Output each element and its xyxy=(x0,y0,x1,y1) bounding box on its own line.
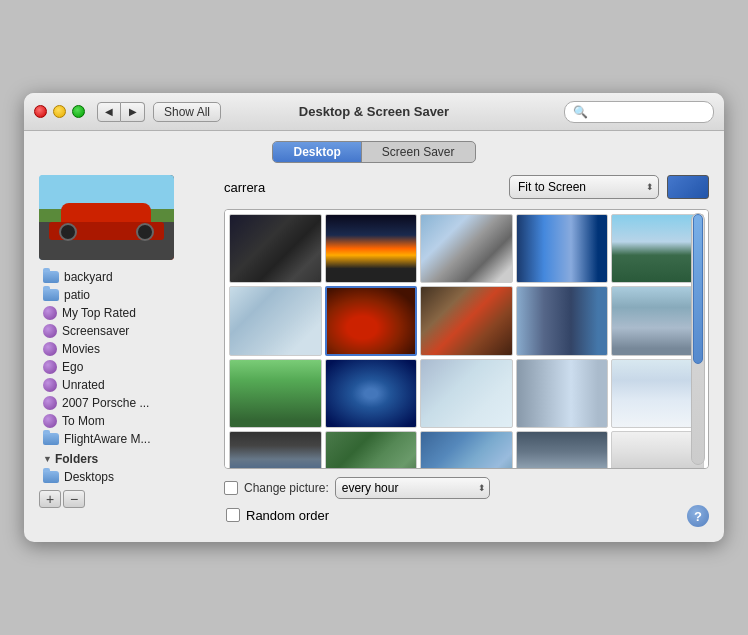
circle-icon xyxy=(43,414,57,428)
color-swatch[interactable] xyxy=(667,175,709,199)
wheel-right xyxy=(136,223,154,241)
grid-thumb[interactable] xyxy=(325,214,418,283)
grid-thumb[interactable] xyxy=(325,431,418,469)
folder-icon xyxy=(43,471,59,483)
grid-thumb[interactable] xyxy=(229,359,322,428)
preview-car-bg xyxy=(39,175,174,260)
grid-thumb[interactable] xyxy=(229,431,322,469)
right-panel: carrera Fit to Screen Fill Screen Stretc… xyxy=(224,175,709,527)
grid-thumb[interactable] xyxy=(516,359,609,428)
grid-thumb[interactable] xyxy=(229,214,322,283)
sidebar-item-label: Desktops xyxy=(64,470,114,484)
sidebar-item-movies[interactable]: Movies xyxy=(39,340,214,358)
wheel-left xyxy=(59,223,77,241)
sidebar-item-label: patio xyxy=(64,288,90,302)
sidebar-item-flightaware[interactable]: FlightAware M... xyxy=(39,430,214,448)
scrollbar-thumb[interactable] xyxy=(693,214,703,364)
change-picture-checkbox[interactable] xyxy=(224,481,238,495)
grid-thumb[interactable] xyxy=(420,359,513,428)
maximize-button[interactable] xyxy=(72,105,85,118)
sidebar-item-screensaver[interactable]: Screensaver xyxy=(39,322,214,340)
left-panel: backyard patio My Top Rated Screensaver xyxy=(39,175,214,527)
sidebar-item-label: backyard xyxy=(64,270,113,284)
forward-button[interactable]: ▶ xyxy=(121,102,145,122)
add-button[interactable]: + xyxy=(39,490,61,508)
grid-thumb[interactable] xyxy=(420,214,513,283)
nav-buttons: ◀ ▶ xyxy=(97,102,145,122)
main-section: backyard patio My Top Rated Screensaver xyxy=(39,175,709,527)
current-wallpaper-name: carrera xyxy=(224,180,265,195)
scrollbar-area xyxy=(224,209,709,469)
folders-header: ▼ Folders xyxy=(39,448,214,468)
circle-icon xyxy=(43,378,57,392)
sidebar-item-label: Screensaver xyxy=(62,324,129,338)
show-all-button[interactable]: Show All xyxy=(153,102,221,122)
folder-icon xyxy=(43,433,59,445)
grid-thumb[interactable] xyxy=(516,431,609,469)
sidebar-item-my-top-rated[interactable]: My Top Rated xyxy=(39,304,214,322)
grid-thumb[interactable] xyxy=(420,431,513,469)
circle-icon xyxy=(43,324,57,338)
grid-thumb[interactable] xyxy=(325,359,418,428)
change-picture-label: Change picture: xyxy=(244,481,329,495)
search-icon: 🔍 xyxy=(573,105,588,119)
grid-thumb[interactable] xyxy=(420,286,513,355)
sidebar-item-label: Unrated xyxy=(62,378,105,392)
fit-dropdown-wrapper: Fit to Screen Fill Screen Stretch to Fil… xyxy=(509,175,659,199)
current-info: carrera Fit to Screen Fill Screen Stretc… xyxy=(224,175,709,199)
help-button[interactable]: ? xyxy=(687,505,709,527)
sidebar-item-label: To Mom xyxy=(62,414,105,428)
grid-thumb[interactable] xyxy=(325,286,418,355)
fit-dropdown[interactable]: Fit to Screen Fill Screen Stretch to Fil… xyxy=(509,175,659,199)
folder-icon xyxy=(43,289,59,301)
preview-image xyxy=(39,175,174,260)
sidebar-item-label: Ego xyxy=(62,360,83,374)
minimize-button[interactable] xyxy=(53,105,66,118)
close-button[interactable] xyxy=(34,105,47,118)
change-picture-row: Change picture: every 5 seconds every mi… xyxy=(224,477,709,499)
sidebar-item-to-mom[interactable]: To Mom xyxy=(39,412,214,430)
grid-thumb[interactable] xyxy=(516,286,609,355)
folders-label: Folders xyxy=(55,452,98,466)
circle-icon xyxy=(43,306,57,320)
interval-select[interactable]: every 5 seconds every minute every 5 min… xyxy=(335,477,490,499)
sidebar-item-unrated[interactable]: Unrated xyxy=(39,376,214,394)
folder-icon xyxy=(43,271,59,283)
back-button[interactable]: ◀ xyxy=(97,102,121,122)
remove-button[interactable]: − xyxy=(63,490,85,508)
scrollbar-track[interactable] xyxy=(691,213,705,465)
search-bar[interactable]: 🔍 xyxy=(564,101,714,123)
sidebar-item-label: My Top Rated xyxy=(62,306,136,320)
sidebar-item-patio[interactable]: patio xyxy=(39,286,214,304)
interval-select-wrapper: every 5 seconds every minute every 5 min… xyxy=(335,477,490,499)
tab-screensaver[interactable]: Screen Saver xyxy=(362,142,475,162)
random-order-checkbox[interactable] xyxy=(226,508,240,522)
circle-icon xyxy=(43,396,57,410)
bottom-controls: Change picture: every 5 seconds every mi… xyxy=(224,477,709,527)
triangle-icon: ▼ xyxy=(43,454,52,464)
grid-thumb[interactable] xyxy=(229,286,322,355)
circle-icon xyxy=(43,360,57,374)
sidebar-item-ego[interactable]: Ego xyxy=(39,358,214,376)
sidebar-item-desktops[interactable]: Desktops xyxy=(39,468,214,486)
tab-group: Desktop Screen Saver xyxy=(272,141,475,163)
random-order-row: Random order ? xyxy=(224,503,709,527)
sidebar-item-label: FlightAware M... xyxy=(64,432,150,446)
image-grid xyxy=(224,209,709,469)
car-body xyxy=(49,200,164,240)
tab-desktop[interactable]: Desktop xyxy=(273,142,361,162)
add-remove-buttons: + − xyxy=(39,490,214,508)
circle-icon xyxy=(43,342,57,356)
sidebar-item-label: Movies xyxy=(62,342,100,356)
sidebar-item-2007porsche[interactable]: 2007 Porsche ... xyxy=(39,394,214,412)
sidebar-list: backyard patio My Top Rated Screensaver xyxy=(39,268,214,448)
titlebar: ◀ ▶ Show All Desktop & Screen Saver 🔍 xyxy=(24,93,724,131)
grid-thumb[interactable] xyxy=(516,214,609,283)
random-order-label: Random order xyxy=(246,508,329,523)
content-area: Desktop Screen Saver xyxy=(24,131,724,542)
main-window: ◀ ▶ Show All Desktop & Screen Saver 🔍 De… xyxy=(24,93,724,542)
window-title: Desktop & Screen Saver xyxy=(299,104,449,119)
sidebar-item-label: 2007 Porsche ... xyxy=(62,396,149,410)
sidebar-item-backyard[interactable]: backyard xyxy=(39,268,214,286)
folders-list: Desktops xyxy=(39,468,214,486)
